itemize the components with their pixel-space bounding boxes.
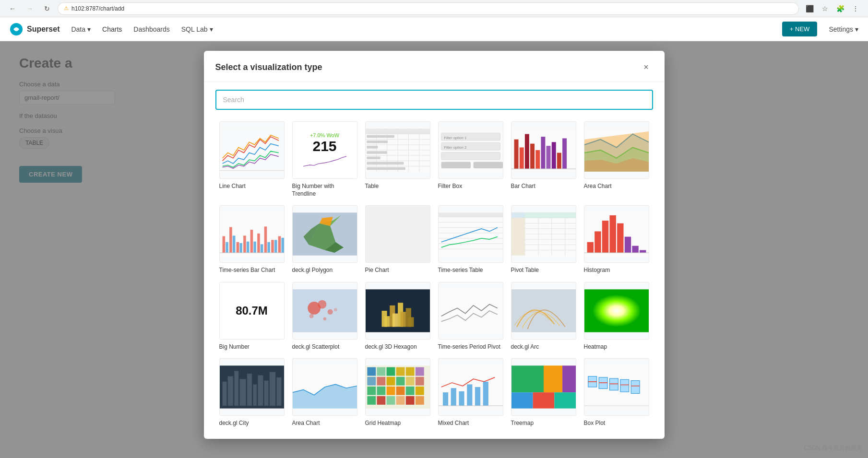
viz-search-input[interactable] <box>215 90 653 110</box>
svg-rect-185 <box>483 382 488 406</box>
svg-rect-147 <box>253 385 257 406</box>
chart-item-pivot-table[interactable]: Pivot Table <box>507 201 580 278</box>
chart-item-area-chart[interactable]: Area Chart <box>580 117 653 201</box>
svg-rect-115 <box>609 215 616 253</box>
svg-rect-58 <box>250 230 253 253</box>
svg-rect-181 <box>451 388 456 406</box>
nav-charts[interactable]: Charts <box>102 23 122 35</box>
settings-button[interactable]: Settings ▾ <box>829 25 858 33</box>
svg-rect-37 <box>535 150 540 169</box>
nav-data[interactable]: Data ▾ <box>71 23 91 35</box>
svg-rect-1 <box>220 129 284 171</box>
chart-item-table[interactable]: Table <box>361 117 434 201</box>
svg-rect-19 <box>367 146 378 149</box>
svg-rect-159 <box>405 367 414 376</box>
svg-rect-145 <box>239 379 246 406</box>
chart-label-pie-chart: Pie Chart <box>365 267 430 274</box>
svg-rect-117 <box>624 237 630 253</box>
chart-label-box-plot: Box Plot <box>584 420 649 427</box>
chart-item-pie-chart[interactable]: Pie Chart <box>361 201 434 278</box>
svg-rect-66 <box>278 236 281 253</box>
svg-rect-60 <box>257 234 260 253</box>
chart-item-big-number[interactable]: 80.7M Big Number <box>215 278 288 355</box>
svg-rect-189 <box>562 366 576 393</box>
svg-rect-121 <box>293 289 357 332</box>
svg-rect-109 <box>511 245 525 250</box>
svg-rect-158 <box>396 367 404 376</box>
svg-rect-143 <box>227 376 233 406</box>
chart-item-deck-3d-hexagon[interactable]: deck.gl 3D Hexagon <box>361 278 434 355</box>
reload-button[interactable]: ↻ <box>40 2 54 15</box>
svg-rect-166 <box>415 377 424 386</box>
chart-item-line-chart[interactable]: Line Chart <box>215 117 288 201</box>
chart-item-deck-scatterplot[interactable]: deck.gl Scatterplot <box>288 278 361 355</box>
chart-item-deck-arc[interactable]: deck.gl Arc <box>507 278 580 355</box>
svg-rect-36 <box>530 144 535 169</box>
svg-rect-105 <box>511 223 525 229</box>
address-url: h102:8787/chart/add <box>71 5 124 12</box>
svg-rect-52 <box>229 227 232 253</box>
chart-item-big-number-trendline[interactable]: +7.0% WoW 215 Big Number with Trendline <box>288 117 361 201</box>
nav-dashboards[interactable]: Dashboards <box>133 23 170 35</box>
address-bar[interactable]: ⚠ h102:8787/chart/add <box>58 2 799 15</box>
back-button[interactable]: ← <box>6 2 19 15</box>
svg-rect-65 <box>274 240 277 253</box>
chart-label-table: Table <box>365 183 430 190</box>
svg-rect-156 <box>377 367 385 376</box>
nav-sql-lab[interactable]: SQL Lab ▾ <box>181 23 213 35</box>
chart-item-mixed-chart[interactable]: Mixed Chart <box>434 354 507 431</box>
new-button[interactable]: + NEW <box>782 22 818 36</box>
svg-point-124 <box>327 309 333 314</box>
svg-rect-114 <box>602 221 608 253</box>
chart-item-filter-box[interactable]: Filter option 1 Filter option 2 Filter B… <box>434 117 507 201</box>
svg-rect-157 <box>386 367 395 376</box>
svg-rect-22 <box>367 162 404 165</box>
svg-rect-138 <box>511 289 576 332</box>
sqllab-dropdown-icon: ▾ <box>210 25 213 33</box>
svg-rect-119 <box>640 250 646 253</box>
chart-item-heatmap[interactable]: Heatmap <box>580 278 653 355</box>
chart-item-timeseries-table[interactable]: Time-series Table <box>434 201 507 278</box>
chart-item-timeseries-bar[interactable]: Time-series Bar Chart <box>215 201 288 278</box>
svg-rect-133 <box>392 313 397 327</box>
svg-rect-202 <box>609 379 618 391</box>
svg-rect-134 <box>400 312 405 327</box>
svg-rect-184 <box>475 387 480 406</box>
svg-rect-38 <box>541 137 545 169</box>
modal-title: Select a visualization type <box>215 62 322 72</box>
translate-button[interactable]: ⬛ <box>803 2 816 15</box>
chart-item-deck-polygon[interactable]: deck.gl Polygon <box>288 201 361 278</box>
forward-button[interactable]: → <box>23 2 36 15</box>
chart-item-area-chart-2[interactable]: Area Chart <box>288 354 361 431</box>
svg-rect-183 <box>467 385 472 406</box>
chart-label-deck-city: deck.gl City <box>219 420 285 427</box>
app-logo: Superset <box>10 23 59 36</box>
chart-label-deck-polygon: deck.gl Polygon <box>292 267 357 274</box>
svg-rect-101 <box>538 213 551 218</box>
chart-item-deck-city[interactable]: deck.gl City <box>215 354 288 431</box>
browser-actions: ⬛ ☆ 🧩 ⋮ <box>803 2 862 15</box>
chart-item-treemap[interactable]: Treemap <box>507 354 580 431</box>
svg-rect-144 <box>234 371 238 406</box>
svg-rect-56 <box>243 236 246 253</box>
svg-rect-190 <box>511 393 533 409</box>
extension-button[interactable]: 🧩 <box>833 2 847 15</box>
menu-button[interactable]: ⋮ <box>849 2 862 15</box>
svg-rect-182 <box>459 391 464 406</box>
svg-rect-111 <box>584 213 649 256</box>
svg-point-127 <box>333 308 337 311</box>
chart-label-deck-arc: deck.gl Arc <box>511 343 576 351</box>
svg-rect-192 <box>554 393 576 409</box>
chart-item-bar-chart[interactable]: Bar Chart <box>507 117 580 201</box>
chart-item-histogram[interactable]: Histogram <box>580 201 653 278</box>
svg-rect-107 <box>511 234 525 239</box>
chart-label-filter-box: Filter Box <box>438 183 503 190</box>
svg-rect-42 <box>562 138 567 169</box>
chart-item-grid-heatmap[interactable]: Grid Heatmap <box>361 354 434 431</box>
chart-label-big-number: Big Number <box>219 343 285 351</box>
chart-item-box-plot[interactable]: Box Plot <box>580 354 653 431</box>
svg-rect-116 <box>617 223 623 253</box>
bookmark-button[interactable]: ☆ <box>818 2 832 15</box>
chart-item-timeseries-period-pivot[interactable]: Time-series Period Pivot <box>434 278 507 355</box>
modal-close-button[interactable]: × <box>640 60 653 74</box>
